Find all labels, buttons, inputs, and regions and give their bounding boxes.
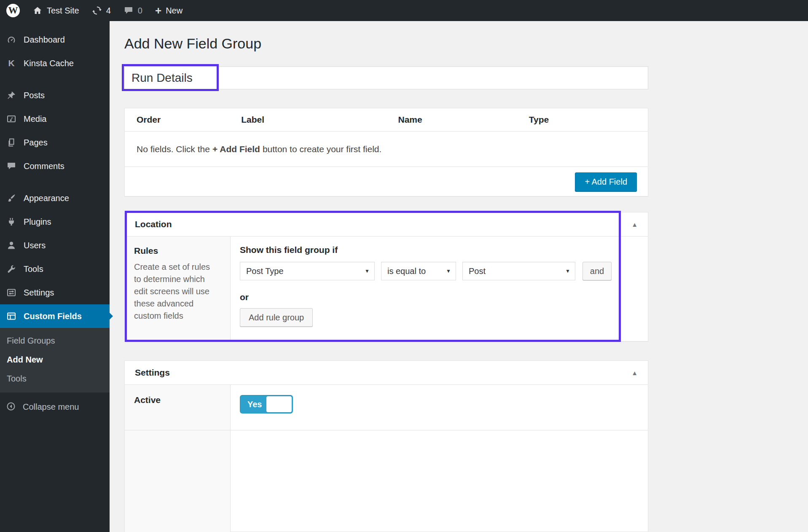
comments-count: 0	[138, 6, 142, 16]
kinsta-icon: K	[6, 58, 17, 69]
column-header-order: Order	[125, 115, 229, 125]
new-content-button[interactable]: + New	[149, 0, 189, 21]
rule-param-select[interactable]: Post Type ▼	[240, 262, 375, 280]
sidebar-item-label: Dashboard	[24, 35, 65, 45]
location-title: Location	[135, 219, 172, 229]
rules-description: Create a set of rules to determine which…	[134, 261, 218, 322]
sidebar-item-users[interactable]: Users	[0, 234, 110, 257]
chevron-down-icon: ▼	[565, 268, 570, 274]
sidebar: Dashboard K Kinsta Cache Posts Media Pag…	[0, 21, 110, 532]
no-fields-message: No fields. Click the + Add Field button …	[125, 132, 648, 167]
comments-link[interactable]: 0	[117, 0, 149, 21]
sidebar-item-tools[interactable]: Tools	[0, 257, 110, 281]
plug-icon	[6, 216, 17, 227]
sidebar-item-appearance[interactable]: Appearance	[0, 186, 110, 210]
sidebar-item-label: Plugins	[24, 217, 51, 227]
location-rules-column: Rules Create a set of rules to determine…	[125, 236, 231, 341]
rule-value-select[interactable]: Post ▼	[462, 262, 575, 280]
menu-separator	[0, 178, 110, 186]
updates-count: 4	[106, 6, 111, 16]
pushpin-icon	[6, 90, 17, 101]
sidebar-item-comments[interactable]: Comments	[0, 154, 110, 178]
sidebar-item-label: Custom Fields	[24, 312, 82, 321]
column-header-type: Type	[517, 115, 648, 125]
wordpress-logo-button[interactable]: W	[0, 0, 26, 21]
add-and-rule-button[interactable]: and	[583, 262, 612, 280]
sidebar-item-pages[interactable]: Pages	[0, 131, 110, 154]
no-fields-message-bold: + Add Field	[212, 144, 260, 154]
site-name-link[interactable]: Test Site	[26, 0, 86, 21]
column-header-name: Name	[386, 115, 517, 125]
sidebar-item-plugins[interactable]: Plugins	[0, 210, 110, 234]
submenu-item-tools[interactable]: Tools	[0, 369, 110, 388]
sidebar-item-label: Tools	[24, 264, 43, 274]
collapse-menu-label: Collapse menu	[23, 402, 79, 412]
page-title: Add New Field Group	[124, 35, 261, 52]
sidebar-item-kinsta-cache[interactable]: K Kinsta Cache	[0, 51, 110, 75]
submenu-item-label: Tools	[7, 374, 27, 384]
sidebar-item-label: Appearance	[24, 193, 69, 203]
updates-link[interactable]: 4	[86, 0, 117, 21]
admin-bar: W Test Site 4 0 + New	[0, 0, 808, 21]
user-icon	[6, 240, 17, 251]
rules-title: Rules	[134, 246, 221, 256]
sidebar-item-label: Posts	[24, 91, 45, 100]
comment-bubble-icon	[123, 5, 134, 16]
no-fields-message-post: button to create your first field.	[263, 144, 381, 154]
chevron-down-icon: ▼	[365, 268, 370, 274]
collapse-arrow-icon[interactable]: ▲	[631, 369, 638, 376]
sidebar-item-settings[interactable]: Settings	[0, 281, 110, 304]
location-metabox: Location ▲ Rules Create a set of rules t…	[124, 212, 648, 341]
rule-operator-select[interactable]: is equal to ▼	[381, 262, 456, 280]
add-rule-group-button[interactable]: Add rule group	[240, 308, 313, 327]
sidebar-item-dashboard[interactable]: Dashboard	[0, 28, 110, 51]
sidebar-item-label: Users	[24, 241, 46, 250]
fields-table-header: Order Label Name Type	[125, 108, 648, 132]
sidebar-item-label: Comments	[24, 161, 64, 171]
active-label: Active	[134, 395, 161, 405]
location-header: Location ▲	[125, 212, 648, 236]
fields-footer: + Add Field	[125, 167, 648, 196]
custom-fields-submenu: Field Groups Add New Tools	[0, 328, 110, 392]
rule-operator-value: is equal to	[387, 266, 426, 276]
collapse-menu-button[interactable]: Collapse menu	[0, 396, 110, 418]
field-group-title-input[interactable]	[124, 66, 648, 89]
add-field-button[interactable]: + Add Field	[575, 172, 637, 191]
sidebar-item-custom-fields[interactable]: Custom Fields	[0, 304, 110, 328]
settings-title: Settings	[135, 368, 170, 378]
menu-separator	[0, 75, 110, 83]
or-label: or	[240, 292, 639, 302]
dashboard-icon	[6, 34, 17, 45]
location-rules-editor: Show this field group if Post Type ▼ is …	[231, 236, 648, 341]
submenu-item-field-groups[interactable]: Field Groups	[0, 331, 110, 350]
settings-metabox: Settings ▲ Active Yes	[124, 360, 648, 532]
location-body: Rules Create a set of rules to determine…	[125, 236, 648, 341]
submenu-item-label: Add New	[7, 355, 43, 365]
collapse-arrow-icon[interactable]: ▲	[631, 221, 638, 228]
comments-icon	[6, 161, 17, 172]
fields-metabox: Order Label Name Type No fields. Click t…	[124, 108, 648, 196]
sidebar-item-media[interactable]: Media	[0, 107, 110, 131]
settings-next-value-cell	[231, 430, 648, 532]
site-name-label: Test Site	[47, 6, 79, 16]
media-icon	[6, 113, 17, 124]
active-toggle[interactable]: Yes	[240, 395, 293, 414]
plus-icon: +	[155, 5, 161, 16]
settings-active-row: Active Yes	[125, 385, 648, 430]
no-fields-message-pre: No fields. Click the	[137, 144, 210, 154]
sidebar-item-label: Kinsta Cache	[24, 59, 74, 68]
collapse-icon	[6, 401, 17, 412]
submenu-item-add-new[interactable]: Add New	[0, 350, 110, 369]
new-label: New	[166, 6, 183, 16]
paintbrush-icon	[6, 193, 17, 204]
location-rule-row: Post Type ▼ is equal to ▼ Post ▼ and	[240, 262, 639, 280]
sidebar-item-posts[interactable]: Posts	[0, 83, 110, 107]
active-toggle-value: Yes	[240, 400, 262, 409]
submenu-item-label: Field Groups	[7, 336, 55, 346]
sidebar-item-label: Media	[24, 114, 46, 124]
settings-icon	[6, 287, 17, 298]
settings-active-value-cell: Yes	[231, 385, 648, 430]
settings-next-row	[125, 430, 648, 532]
column-header-label: Label	[229, 115, 386, 125]
rule-value-value: Post	[469, 266, 486, 276]
